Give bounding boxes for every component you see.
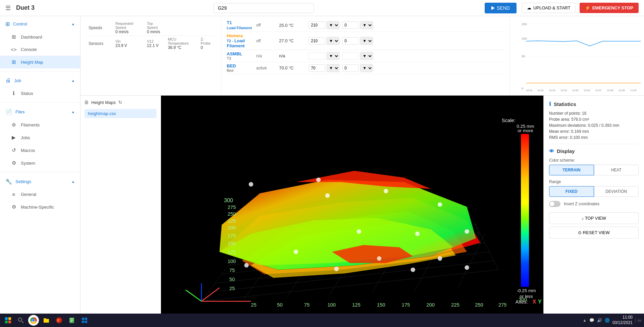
speeds-row: Speeds Requested Speed 0 mm/s Top Speed … (86, 20, 216, 36)
bed-active-temp[interactable] (309, 64, 325, 72)
svg-text:150: 150 (227, 241, 236, 246)
taskbar-app-icon[interactable] (79, 315, 90, 326)
t3-standby-select[interactable]: ▼ (360, 52, 373, 60)
taskbar-chrome-icon[interactable] (28, 315, 39, 326)
bed-standby-select[interactable]: ▼ (360, 64, 373, 72)
t2-name: Hemera T2 - Load Filament (227, 33, 254, 48)
stats-info-icon: ℹ (549, 101, 551, 107)
sidebar-item-system[interactable]: ⚙ System (0, 157, 80, 169)
svg-point-102 (32, 319, 35, 322)
sidebar-item-status[interactable]: ℹ Status (0, 87, 80, 100)
svg-point-99 (18, 318, 22, 321)
deviation-button[interactable]: DEVIATION (594, 186, 639, 197)
svg-text:-0.25 mm: -0.25 mm (517, 288, 536, 293)
command-input[interactable] (213, 3, 314, 13)
settings-group-header[interactable]: 🔧 Settings ▲ (0, 175, 80, 188)
files-group-header[interactable]: 📄 Files ▲ (0, 105, 80, 118)
control-icon: ⊞ (5, 21, 10, 27)
svg-text:100: 100 (227, 259, 236, 264)
svg-text:225: 225 (451, 302, 460, 308)
send-button[interactable]: SEND (485, 3, 517, 13)
t3-active-select[interactable]: ▼ (327, 52, 339, 60)
statistics-title: ℹ Statistics (549, 101, 639, 107)
taskbar-desktop-icon[interactable]: ▭ (635, 318, 641, 323)
t2-standby-wrap: ▼ (342, 37, 373, 45)
svg-text:175: 175 (402, 302, 410, 308)
t3-name: ASMBL T3 (227, 51, 254, 60)
sidebar-item-macros[interactable]: ↺ Macros (0, 144, 80, 157)
svg-text:10:57: 10:57 (595, 89, 602, 92)
t3-label: T3 (227, 56, 254, 60)
bed-active-select[interactable]: ▼ (327, 64, 339, 72)
heightmap-3d-view[interactable]: 300 275 250 225 200 175 150 125 100 75 5… (161, 96, 543, 327)
heightmap-file-item[interactable]: heightmap.csv (85, 109, 157, 118)
svg-point-57 (411, 268, 415, 272)
taskbar-start-icon[interactable] (3, 315, 13, 326)
statistics-title-text: Statistics (554, 101, 576, 107)
vin-value: 23.9 V (115, 43, 142, 48)
taskbar-search-icon[interactable] (15, 315, 26, 326)
t2-standby-select[interactable]: ▼ (360, 37, 373, 45)
reset-view-button[interactable]: ⊙ RESET VIEW (549, 227, 639, 238)
t3-active-temp[interactable] (309, 52, 325, 60)
t1-active-select[interactable]: ▼ (327, 21, 339, 29)
sidebar-item-filaments[interactable]: ⊚ Filaments (0, 118, 80, 131)
taskbar-notes-icon[interactable] (66, 315, 77, 326)
refresh-icon[interactable]: ↻ (118, 100, 122, 105)
t1-standby-select[interactable]: ▼ (360, 21, 373, 29)
upload-start-button[interactable]: ☁ UPLOAD & START (522, 3, 576, 13)
t2-active-temp[interactable] (309, 37, 325, 45)
t1-active-temp[interactable] (309, 21, 325, 29)
stats-mean-error: Mean error: 0.169 mm (549, 129, 639, 134)
taskbar-time-value: 11:00 (612, 315, 633, 320)
emergency-label: EMERGENCY STOP (592, 5, 633, 10)
sidebar-item-dashboard[interactable]: ⊞ Dashboard (0, 31, 80, 43)
t2-current-temp: 27.0 °C (279, 38, 306, 43)
sidebar-item-general[interactable]: ≡ General (0, 188, 80, 201)
t1-standby-wrap: ▼ (342, 21, 373, 29)
t1-standby-temp[interactable] (342, 21, 359, 29)
terrain-svg: 300 275 250 225 200 175 150 125 100 75 5… (161, 96, 543, 327)
taskbar-files-icon[interactable] (41, 315, 52, 326)
t2-active-select[interactable]: ▼ (327, 37, 339, 45)
terrain-button[interactable]: TERRAIN (549, 165, 594, 175)
sidebar-item-machine-specific[interactable]: ⚙ Machine-Specific (0, 201, 80, 213)
sensors-label: Sensors (86, 36, 113, 52)
bed-standby-temp[interactable] (342, 64, 359, 72)
t2-hemera-label: Hemera (227, 33, 254, 38)
sensors-zprobe: Z-Probe 0 (198, 36, 216, 52)
mcu-label: MCU Temperature (168, 37, 196, 45)
t2-load-link[interactable]: Load Filament (227, 38, 245, 48)
settings-chevron: ▲ (71, 180, 75, 183)
toggle-knob (550, 202, 554, 206)
sidebar-item-jobs[interactable]: ▶ Jobs (0, 131, 80, 144)
sidebar-item-console[interactable]: <> Console (0, 43, 80, 56)
menu-icon[interactable]: ☰ (5, 4, 11, 12)
svg-text:25: 25 (251, 302, 256, 308)
emergency-stop-button[interactable]: ⚡ EMERGENCY STOP (580, 3, 639, 13)
taskbar-right: ▲ 💬 🔊 🌐 11:00 03/12/2021 ▭ (583, 315, 641, 325)
stats-rms-error: RMS error: 0.100 mm (549, 135, 639, 140)
bed-name: BED Bed (227, 63, 254, 72)
invert-z-toggle[interactable] (549, 201, 560, 207)
svg-point-56 (334, 267, 338, 271)
svg-text:10:51: 10:51 (526, 89, 532, 92)
svg-text:200: 200 (426, 302, 435, 308)
svg-line-100 (22, 321, 23, 323)
control-group-header[interactable]: ⊞ Control ▲ (0, 17, 80, 31)
svg-text:50: 50 (522, 54, 525, 58)
job-group-header[interactable]: 🖨 Job ▲ (0, 74, 80, 87)
taskbar-phoenix-icon[interactable]: P (54, 315, 64, 326)
svg-rect-110 (85, 318, 87, 320)
heat-button[interactable]: HEAT (594, 165, 639, 175)
bed-standby-wrap: ▼ (342, 64, 373, 72)
sidebar-divider-1 (0, 71, 80, 71)
top-view-button[interactable]: ↓ TOP VIEW (549, 212, 639, 224)
fixed-button[interactable]: FIXED (549, 186, 594, 197)
t3-standby-temp[interactable] (342, 52, 359, 60)
t2-standby-temp[interactable] (342, 37, 359, 45)
sidebar-item-heightmap[interactable]: ⊞ Height Map (0, 56, 80, 68)
svg-text:125: 125 (227, 250, 236, 255)
t1-load-link[interactable]: Load Filament (227, 26, 252, 30)
speeds-label: Speeds (86, 20, 113, 36)
